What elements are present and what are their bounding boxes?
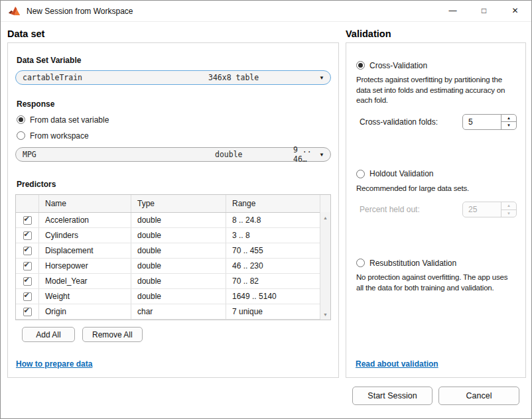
predictor-type: double bbox=[131, 274, 226, 288]
new-session-dialog: New Session from Workspace — □ ✕ Data se… bbox=[0, 0, 532, 419]
predictor-range: 7 unique bbox=[226, 304, 320, 319]
radio-cross-validation[interactable]: Cross-Validation bbox=[356, 60, 517, 71]
dataset-panel: Data Set Variable cartableTrain 346x8 ta… bbox=[7, 42, 339, 378]
dataset-variable-info: 346x8 table bbox=[208, 73, 319, 82]
predictor-name: Cylinders bbox=[39, 228, 131, 243]
minimize-icon[interactable]: — bbox=[437, 1, 468, 21]
predictor-checkbox[interactable] bbox=[23, 231, 32, 240]
cross-validation-folds-row: Cross-validation folds: 5 ▲ ▼ bbox=[355, 114, 517, 130]
radio-label: From workspace bbox=[30, 131, 89, 141]
header-name: Name bbox=[39, 195, 131, 212]
header-checkbox-column bbox=[16, 195, 39, 212]
cancel-button[interactable]: Cancel bbox=[438, 387, 519, 405]
predictors-label: Predictors bbox=[17, 180, 331, 189]
folds-value[interactable]: 5 bbox=[463, 115, 501, 129]
validation-panel: Cross-Validation Protects against overfi… bbox=[346, 42, 526, 378]
radio-resubstitution-validation[interactable]: Resubstitution Validation bbox=[356, 257, 517, 269]
radio-label: Resubstitution Validation bbox=[369, 259, 456, 268]
radio-icon bbox=[356, 259, 365, 267]
radio-label: Cross-Validation bbox=[369, 61, 427, 70]
close-icon[interactable]: ✕ bbox=[499, 1, 531, 21]
header-range: Range bbox=[226, 195, 320, 212]
start-session-button[interactable]: Start Session bbox=[352, 387, 432, 405]
predictor-range: 8 .. 24.8 bbox=[226, 213, 320, 227]
window-controls: — □ ✕ bbox=[437, 1, 531, 21]
response-value: MPG bbox=[23, 150, 215, 159]
table-row[interactable]: Cylinders double 3 .. 8 bbox=[16, 228, 320, 243]
predictor-checkbox[interactable] bbox=[23, 292, 32, 301]
percent-value: 25 bbox=[463, 202, 501, 217]
predictor-name: Weight bbox=[39, 289, 131, 304]
radio-from-dataset-variable[interactable]: From data set variable bbox=[17, 114, 331, 125]
scroll-down-icon[interactable]: ▼ bbox=[320, 310, 330, 319]
predictor-checkbox[interactable] bbox=[23, 262, 32, 270]
spinner-arrows: ▲ ▼ bbox=[501, 202, 516, 217]
predictor-name: Horsepower bbox=[39, 259, 131, 273]
predictor-checkbox[interactable] bbox=[23, 277, 32, 286]
percent-spinner: 25 ▲ ▼ bbox=[462, 202, 517, 217]
title-bar: New Session from Workspace — □ ✕ bbox=[1, 1, 531, 22]
predictor-range: 3 .. 8 bbox=[226, 228, 320, 243]
how-to-prepare-data-link[interactable]: How to prepare data bbox=[16, 359, 92, 369]
header-scrollbar-spacer bbox=[320, 195, 330, 212]
predictor-checkbox[interactable] bbox=[23, 247, 32, 255]
add-all-button[interactable]: Add All bbox=[22, 327, 75, 342]
chevron-down-icon: ▼ bbox=[319, 152, 324, 158]
predictor-type: double bbox=[131, 259, 226, 273]
response-label: Response bbox=[17, 99, 331, 109]
cross-validation-description: Protects against overfitting by partitio… bbox=[356, 75, 517, 106]
radio-label: Holdout Validation bbox=[369, 169, 434, 178]
spinner-down-icon[interactable]: ▼ bbox=[501, 122, 516, 129]
predictor-type: double bbox=[131, 243, 226, 258]
predictor-name: Model_Year bbox=[39, 274, 131, 288]
remove-all-button[interactable]: Remove All bbox=[82, 327, 143, 342]
table-row[interactable]: Model_Year double 70 .. 82 bbox=[16, 274, 320, 289]
spinner-up-icon: ▲ bbox=[501, 202, 516, 210]
radio-icon bbox=[356, 61, 365, 70]
radio-icon bbox=[17, 115, 25, 124]
percent-held-out-row: Percent held out: 25 ▲ ▼ bbox=[355, 202, 517, 217]
radio-from-workspace[interactable]: From workspace bbox=[17, 130, 331, 141]
window-title: New Session from Workspace bbox=[27, 7, 133, 16]
predictor-checkbox[interactable] bbox=[23, 216, 32, 225]
folds-label: Cross-validation folds: bbox=[360, 117, 438, 127]
dataset-variable-combobox[interactable]: cartableTrain 346x8 table ▼ bbox=[15, 70, 331, 85]
predictor-type: double bbox=[131, 289, 226, 304]
table-header-row: Name Type Range bbox=[16, 195, 330, 213]
folds-spinner[interactable]: 5 ▲ ▼ bbox=[462, 114, 517, 130]
response-range: 9 .. 46… bbox=[293, 145, 319, 164]
scroll-up-icon[interactable]: ▲ bbox=[320, 213, 330, 222]
predictor-range: 46 .. 230 bbox=[226, 259, 320, 273]
chevron-down-icon: ▼ bbox=[319, 75, 324, 81]
table-row[interactable]: Acceleration double 8 .. 24.8 bbox=[16, 213, 320, 228]
predictor-name: Acceleration bbox=[39, 213, 131, 227]
predictor-range: 1649 .. 5140 bbox=[226, 289, 320, 304]
dataset-variable-value: cartableTrain bbox=[23, 73, 208, 82]
predictor-type: char bbox=[131, 304, 226, 319]
spinner-down-icon: ▼ bbox=[501, 210, 516, 217]
response-combobox[interactable]: MPG double 9 .. 46… ▼ bbox=[15, 147, 331, 162]
spinner-up-icon[interactable]: ▲ bbox=[501, 115, 516, 123]
dataset-heading: Data set bbox=[7, 29, 44, 39]
radio-icon bbox=[17, 131, 25, 140]
matlab-logo-icon bbox=[8, 6, 21, 17]
maximize-icon[interactable]: □ bbox=[468, 1, 499, 21]
table-scrollbar[interactable]: ▲ ▼ bbox=[320, 212, 330, 320]
validation-heading: Validation bbox=[346, 29, 391, 39]
predictor-range: 70 .. 455 bbox=[226, 243, 320, 258]
response-type: double bbox=[215, 150, 293, 159]
table-row[interactable]: Weight double 1649 .. 5140 bbox=[16, 289, 320, 304]
table-row[interactable]: Horsepower double 46 .. 230 bbox=[16, 259, 320, 274]
percent-label: Percent held out: bbox=[360, 205, 420, 214]
predictor-checkbox[interactable] bbox=[23, 308, 32, 316]
radio-label: From data set variable bbox=[30, 115, 109, 125]
radio-holdout-validation[interactable]: Holdout Validation bbox=[356, 168, 517, 180]
resubstitution-description: No protection against overfitting. The a… bbox=[356, 272, 517, 293]
predictor-name: Displacement bbox=[39, 243, 131, 258]
predictor-type: double bbox=[131, 213, 226, 227]
table-row[interactable]: Origin char 7 unique bbox=[16, 304, 320, 320]
radio-icon bbox=[356, 170, 365, 178]
table-row[interactable]: Displacement double 70 .. 455 bbox=[16, 243, 320, 259]
read-about-validation-link[interactable]: Read about validation bbox=[356, 359, 438, 369]
holdout-description: Recommended for large data sets. bbox=[356, 184, 517, 194]
